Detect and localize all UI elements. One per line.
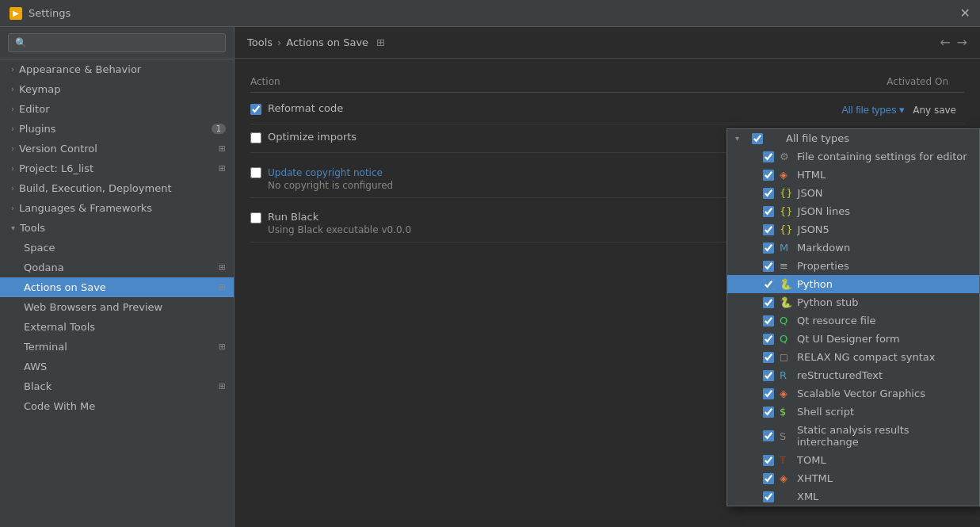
dropdown-item-json-lines[interactable]: {}JSON lines bbox=[727, 202, 979, 220]
breadcrumb-actions-on-save: Actions on Save bbox=[286, 36, 368, 48]
sidebar-item-keymap[interactable]: ›Keymap bbox=[0, 79, 234, 99]
checkbox-restructured[interactable] bbox=[762, 370, 775, 381]
dropdown-item-label: Python stub bbox=[797, 296, 971, 308]
dropdown-item-file-settings[interactable]: ⚙File containing settings for editor bbox=[727, 147, 979, 166]
expand-icon: ▾ bbox=[11, 223, 15, 232]
checkbox-svg[interactable] bbox=[762, 388, 775, 399]
column-activated-header: Activated On bbox=[599, 76, 964, 87]
sidebar-item-plugins[interactable]: ›Plugins1 bbox=[0, 119, 234, 139]
breadcrumb-icon: ⊞ bbox=[376, 36, 385, 48]
dropdown-item-properties[interactable]: ≡Properties bbox=[727, 257, 979, 275]
run-black-checkbox[interactable] bbox=[250, 212, 261, 223]
sidebar-item-qodana[interactable]: Qodana⊞ bbox=[0, 258, 234, 277]
dropdown-item-restructured[interactable]: RreStructuredText bbox=[727, 366, 979, 384]
expand-icon: › bbox=[11, 105, 14, 113]
reformat-code-label: Reformat code bbox=[268, 102, 343, 114]
checkbox-json-lines[interactable] bbox=[762, 206, 775, 217]
dropdown-item-shell[interactable]: $Shell script bbox=[727, 403, 979, 421]
optimize-imports-checkbox[interactable] bbox=[250, 132, 261, 143]
checkbox-relax-ng[interactable] bbox=[762, 352, 775, 363]
dropdown-item-markdown[interactable]: MMarkdown bbox=[727, 239, 979, 257]
sidebar-item-code-with-me[interactable]: Code With Me bbox=[0, 396, 234, 416]
checkbox-toml[interactable] bbox=[762, 455, 775, 466]
all-file-types-dropdown[interactable]: All file types ▾ bbox=[841, 104, 905, 116]
dropdown-item-all-file-types[interactable]: ▾All file types bbox=[727, 129, 979, 147]
checkbox-python-stub[interactable] bbox=[762, 297, 775, 308]
nav-back-button[interactable]: ← bbox=[940, 35, 950, 50]
dropdown-item-sari[interactable]: SStatic analysis results interchange bbox=[727, 421, 979, 451]
checkbox-qt-ui[interactable] bbox=[762, 334, 775, 345]
checkbox-qt-resource[interactable] bbox=[762, 315, 775, 327]
sidebar-item-space[interactable]: Space bbox=[0, 238, 234, 258]
sidebar-item-black[interactable]: Black⊞ bbox=[0, 376, 234, 396]
checkbox-markdown[interactable] bbox=[762, 242, 775, 254]
checkbox-all-file-types[interactable] bbox=[751, 133, 764, 144]
sidebar: ›Appearance & Behavior›Keymap›Editor›Plu… bbox=[0, 27, 235, 527]
toml-icon: T bbox=[780, 454, 792, 466]
dropdown-item-json5[interactable]: {}JSON5 bbox=[727, 220, 979, 239]
sidebar-item-label: Version Control bbox=[19, 143, 214, 155]
sidebar-item-label: Plugins bbox=[19, 123, 207, 135]
sidebar-item-label: Tools bbox=[20, 222, 226, 234]
update-copyright-label[interactable]: Update copyright notice bbox=[268, 167, 393, 178]
nav-forward-button[interactable]: → bbox=[957, 35, 967, 50]
checkbox-file-settings[interactable] bbox=[762, 151, 775, 162]
run-black-label: Run Black bbox=[268, 211, 411, 223]
dropdown-item-qt-ui[interactable]: QQt UI Designer form bbox=[727, 330, 979, 348]
file-types-dropdown[interactable]: ▾All file types⚙File containing settings… bbox=[726, 128, 980, 506]
checkbox-html[interactable] bbox=[762, 170, 775, 181]
sidebar-item-project[interactable]: ›Project: L6_list⊞ bbox=[0, 158, 234, 178]
dropdown-item-python-stub[interactable]: 🐍Python stub bbox=[727, 293, 979, 311]
sidebar-item-external-tools[interactable]: External Tools bbox=[0, 317, 234, 337]
dropdown-item-svg[interactable]: ◈Scalable Vector Graphics bbox=[727, 384, 979, 403]
checkbox-shell[interactable] bbox=[762, 407, 775, 418]
dropdown-item-toml[interactable]: TTOML bbox=[727, 451, 979, 469]
dropdown-item-html[interactable]: ◈HTML bbox=[727, 166, 979, 184]
dropdown-item-xml[interactable]: XML bbox=[727, 487, 979, 506]
dropdown-item-relax-ng[interactable]: ◻RELAX NG compact syntax bbox=[727, 348, 979, 366]
dropdown-item-xhtml[interactable]: ◈XHTML bbox=[727, 469, 979, 487]
header-nav: ← → bbox=[940, 35, 967, 50]
reformat-code-checkbox[interactable] bbox=[250, 104, 261, 115]
checkbox-sari[interactable] bbox=[762, 430, 775, 441]
sidebar-item-appearance[interactable]: ›Appearance & Behavior bbox=[0, 59, 234, 79]
sidebar-item-terminal[interactable]: Terminal⊞ bbox=[0, 337, 234, 357]
expand-icon: › bbox=[11, 85, 14, 94]
dropdown-item-label: Markdown bbox=[797, 242, 971, 254]
checkbox-xml[interactable] bbox=[762, 491, 775, 502]
dropdown-item-json[interactable]: {}JSON bbox=[727, 184, 979, 202]
sidebar-item-label: Languages & Frameworks bbox=[19, 202, 226, 214]
sidebar-item-languages[interactable]: ›Languages & Frameworks bbox=[0, 198, 234, 218]
action-row-reformat: Reformat code All file types ▾ Any save bbox=[250, 96, 964, 124]
dropdown-item-label: Python bbox=[797, 278, 971, 290]
sidebar-item-editor[interactable]: ›Editor bbox=[0, 99, 234, 119]
checkbox-python[interactable] bbox=[762, 279, 775, 290]
dropdown-item-label: Shell script bbox=[797, 406, 971, 418]
breadcrumb-tools[interactable]: Tools bbox=[247, 36, 273, 48]
markdown-icon: M bbox=[780, 242, 792, 254]
dropdown-item-qt-resource[interactable]: QQt resource file bbox=[727, 311, 979, 330]
sidebar-item-label: Code With Me bbox=[24, 400, 226, 412]
checkbox-json[interactable] bbox=[762, 188, 775, 199]
search-input[interactable] bbox=[8, 33, 226, 52]
dropdown-item-label: XHTML bbox=[797, 472, 971, 484]
dropdown-item-label: XML bbox=[797, 491, 971, 502]
sidebar-item-label: Web Browsers and Preview bbox=[24, 301, 226, 313]
checkbox-xhtml[interactable] bbox=[762, 473, 775, 484]
any-save-label: Any save bbox=[913, 105, 956, 116]
checkbox-json5[interactable] bbox=[762, 224, 775, 235]
qt-ui-icon: Q bbox=[780, 333, 792, 345]
update-copyright-checkbox[interactable] bbox=[250, 167, 261, 178]
checkbox-properties[interactable] bbox=[762, 261, 775, 272]
sidebar-item-web-browsers[interactable]: Web Browsers and Preview bbox=[0, 297, 234, 317]
breadcrumb: Tools › Actions on Save ⊞ bbox=[247, 36, 385, 48]
sidebar-item-tools[interactable]: ▾Tools bbox=[0, 218, 234, 238]
dropdown-item-python[interactable]: 🐍Python bbox=[727, 275, 979, 293]
close-button[interactable]: ✕ bbox=[960, 6, 970, 21]
sidebar-item-aws[interactable]: AWS bbox=[0, 357, 234, 376]
sidebar-item-build[interactable]: ›Build, Execution, Deployment bbox=[0, 178, 234, 198]
run-black-sub: Using Black executable v0.0.0 bbox=[268, 224, 411, 235]
python-stub-icon: 🐍 bbox=[780, 296, 792, 308]
sidebar-item-actions-on-save[interactable]: Actions on Save⊞ bbox=[0, 277, 234, 297]
sidebar-item-version-control[interactable]: ›Version Control⊞ bbox=[0, 139, 234, 158]
